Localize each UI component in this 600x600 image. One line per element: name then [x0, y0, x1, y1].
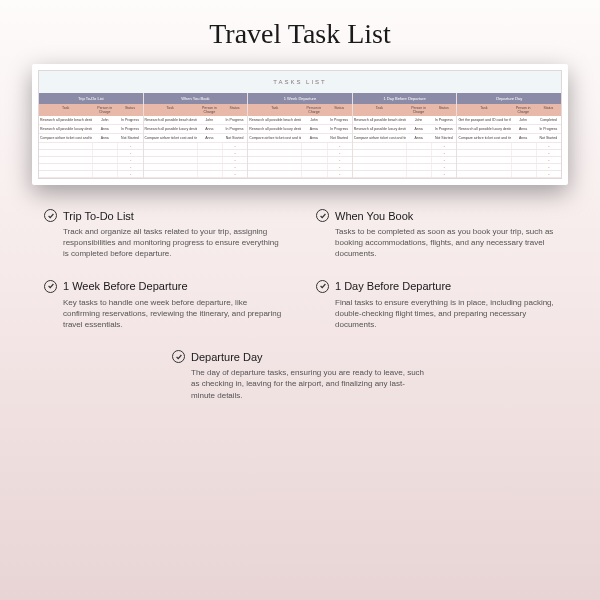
- table-row: Research all possible beach destinations…: [353, 116, 457, 125]
- feature-item: 1 Day Before DepartureFinal tasks to ens…: [316, 280, 556, 331]
- table-column: Departure DayTaskPerson in ChargeStatusG…: [457, 93, 561, 178]
- feature-title: 1 Week Before Departure: [63, 280, 188, 292]
- empty-row: -: [144, 150, 248, 157]
- empty-row: -: [39, 164, 143, 171]
- feature-title: When You Book: [335, 210, 413, 222]
- empty-row: -: [248, 164, 352, 171]
- empty-row: -: [39, 157, 143, 164]
- empty-row: -: [39, 171, 143, 178]
- empty-row: -: [457, 157, 561, 164]
- feature-item: Departure DayThe day of departure tasks,…: [172, 350, 428, 401]
- empty-row: -: [144, 164, 248, 171]
- table-row: Research all possible luxury destination…: [248, 125, 352, 134]
- empty-row: -: [353, 143, 457, 150]
- check-icon: [44, 209, 57, 222]
- empty-row: -: [248, 143, 352, 150]
- feature-desc: Track and organize all tasks related to …: [44, 226, 284, 260]
- table-row: Research all possible beach destinations…: [39, 116, 143, 125]
- column-subheader: TaskPerson in ChargeStatus: [457, 104, 561, 116]
- empty-row: -: [144, 171, 248, 178]
- table-row: Research all possible luxury destination…: [457, 125, 561, 134]
- column-subheader: TaskPerson in ChargeStatus: [144, 104, 248, 116]
- column-header: 1 Week Departure: [248, 93, 352, 104]
- table-row: Compare airfare ticket cost and timesAnn…: [144, 134, 248, 143]
- empty-row: -: [457, 171, 561, 178]
- check-icon: [172, 350, 185, 363]
- empty-row: -: [353, 171, 457, 178]
- check-icon: [44, 280, 57, 293]
- feature-desc: The day of departure tasks, ensuring you…: [172, 367, 428, 401]
- feature-item: 1 Week Before DepartureKey tasks to hand…: [44, 280, 284, 331]
- empty-row: -: [353, 150, 457, 157]
- feature-desc: Tasks to be completed as soon as you boo…: [316, 226, 556, 260]
- spreadsheet-preview: TASKS LIST Trip To-Do ListTaskPerson in …: [32, 64, 568, 185]
- table-column: 1 Week DepartureTaskPerson in ChargeStat…: [248, 93, 353, 178]
- check-icon: [316, 280, 329, 293]
- feature-title: Trip To-Do List: [63, 210, 134, 222]
- feature-title: 1 Day Before Departure: [335, 280, 451, 292]
- column-subheader: TaskPerson in ChargeStatus: [353, 104, 457, 116]
- check-icon: [316, 209, 329, 222]
- empty-row: -: [353, 157, 457, 164]
- empty-row: -: [248, 171, 352, 178]
- empty-row: -: [457, 150, 561, 157]
- column-subheader: TaskPerson in ChargeStatus: [39, 104, 143, 116]
- table-row: Research all possible beach destinations…: [144, 116, 248, 125]
- table-column: 1 Day Before DepartureTaskPerson in Char…: [353, 93, 458, 178]
- table-row: Research all possible luxury destination…: [353, 125, 457, 134]
- table-row: Research all possible beach destinations…: [248, 116, 352, 125]
- feature-title: Departure Day: [191, 351, 263, 363]
- table-row: Compare airfare ticket cost and timesAnn…: [353, 134, 457, 143]
- empty-row: -: [353, 164, 457, 171]
- page-title: Travel Task List: [0, 0, 600, 64]
- table-row: Compare airfare ticket cost and timesAnn…: [39, 134, 143, 143]
- empty-row: -: [39, 143, 143, 150]
- empty-row: -: [144, 143, 248, 150]
- column-header: 1 Day Before Departure: [353, 93, 457, 104]
- empty-row: -: [248, 157, 352, 164]
- table-row: Research all possible luxury destination…: [144, 125, 248, 134]
- column-header: When You Book: [144, 93, 248, 104]
- feature-item: When You BookTasks to be completed as so…: [316, 209, 556, 260]
- feature-desc: Final tasks to ensure everything is in p…: [316, 297, 556, 331]
- empty-row: -: [144, 157, 248, 164]
- empty-row: -: [248, 150, 352, 157]
- table-column: Trip To-Do ListTaskPerson in ChargeStatu…: [39, 93, 144, 178]
- empty-row: -: [39, 150, 143, 157]
- feature-item: Trip To-Do ListTrack and organize all ta…: [44, 209, 284, 260]
- sheet-header: TASKS LIST: [39, 71, 561, 93]
- feature-desc: Key tasks to handle one week before depa…: [44, 297, 284, 331]
- empty-row: -: [457, 143, 561, 150]
- column-header: Departure Day: [457, 93, 561, 104]
- empty-row: -: [457, 164, 561, 171]
- table-row: Compare airfare ticket cost and timesAnn…: [248, 134, 352, 143]
- table-row: Get the passport and ID card for the tri…: [457, 116, 561, 125]
- table-column: When You BookTaskPerson in ChargeStatusR…: [144, 93, 249, 178]
- column-header: Trip To-Do List: [39, 93, 143, 104]
- column-subheader: TaskPerson in ChargeStatus: [248, 104, 352, 116]
- table-row: Research all possible luxury destination…: [39, 125, 143, 134]
- table-row: Compare airfare ticket cost and timesAnn…: [457, 134, 561, 143]
